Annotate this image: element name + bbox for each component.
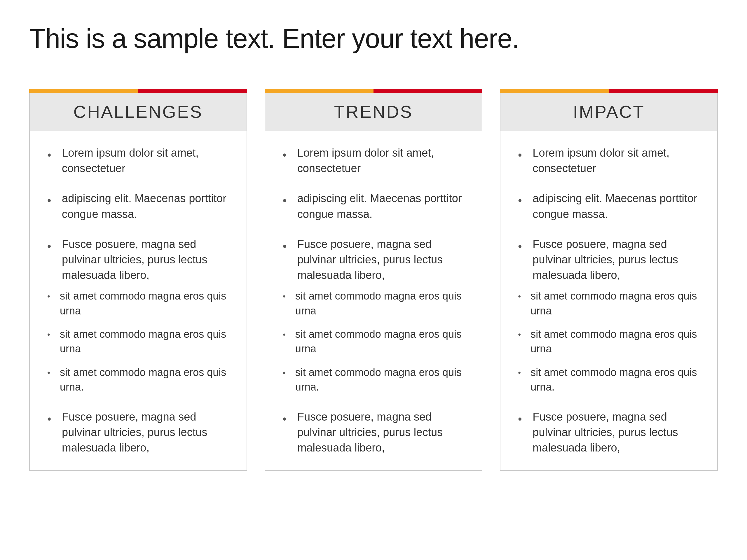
- list-item-text: adipiscing elit. Maecenas porttitor cong…: [533, 191, 701, 222]
- bar-yellow: [265, 89, 374, 93]
- bar-yellow: [500, 89, 609, 93]
- list-item-text: Fusce posuere, magna sed pulvinar ultric…: [62, 409, 231, 456]
- list-item: •Fusce posuere, magna sed pulvinar ultri…: [518, 409, 701, 456]
- list-item: •Fusce posuere, magna sed pulvinar ultri…: [47, 237, 231, 395]
- bullet-list-impact: •Lorem ipsum dolor sit amet, consectetue…: [518, 145, 701, 456]
- bullet-dot-icon: •: [518, 193, 527, 209]
- sub-list-item-text: sit amet commodo magna eros quis urna: [60, 327, 231, 356]
- list-item-text: Lorem ipsum dolor sit amet, consectetuer: [533, 145, 701, 176]
- list-item-text: Fusce posuere, magna sed pulvinar ultric…: [533, 409, 701, 456]
- sub-list-item: •sit amet commodo magna eros quis urna: [47, 327, 231, 356]
- sub-bullet-list: •sit amet commodo magna eros quis urna•s…: [283, 289, 466, 394]
- list-item: •adipiscing elit. Maecenas porttitor con…: [283, 191, 466, 222]
- sub-bullet-dot-icon: •: [283, 367, 290, 378]
- list-item-text: Fusce posuere, magna sed pulvinar ultric…: [62, 237, 231, 283]
- list-item-text: Lorem ipsum dolor sit amet, consectetuer: [297, 145, 466, 176]
- sub-bullet-dot-icon: •: [283, 291, 290, 302]
- bullet-dot-icon: •: [283, 193, 291, 209]
- page-title: This is a sample text. Enter your text h…: [29, 23, 718, 54]
- list-item-text: Fusce posuere, magna sed pulvinar ultric…: [297, 409, 466, 456]
- sub-list-item: •sit amet commodo magna eros quis urna.: [47, 365, 231, 395]
- bullet-list-challenges: •Lorem ipsum dolor sit amet, consectetue…: [47, 145, 231, 456]
- sub-bullet-dot-icon: •: [47, 291, 55, 302]
- sub-bullet-list: •sit amet commodo magna eros quis urna•s…: [518, 289, 701, 394]
- sub-bullet-list: •sit amet commodo magna eros quis urna•s…: [47, 289, 231, 394]
- column-body-trends: •Lorem ipsum dolor sit amet, consectetue…: [265, 131, 483, 471]
- sub-list-item: •sit amet commodo magna eros quis urna: [47, 289, 231, 318]
- column-body-challenges: •Lorem ipsum dolor sit amet, consectetue…: [29, 131, 247, 471]
- sub-list-item-text: sit amet commodo magna eros quis urna.: [60, 365, 231, 395]
- list-item-text: Fusce posuere, magna sed pulvinar ultric…: [533, 237, 701, 283]
- sub-list-item: •sit amet commodo magna eros quis urna: [283, 289, 466, 318]
- bullet-dot-icon: •: [518, 239, 527, 254]
- column-body-impact: •Lorem ipsum dolor sit amet, consectetue…: [500, 131, 718, 471]
- list-item-text: Fusce posuere, magna sed pulvinar ultric…: [297, 237, 466, 283]
- sub-list-item-text: sit amet commodo magna eros quis urna.: [531, 365, 701, 395]
- column-header-trends: TRENDS: [265, 93, 483, 131]
- bullet-list-trends: •Lorem ipsum dolor sit amet, consectetue…: [283, 145, 466, 456]
- column-header-impact: IMPACT: [500, 93, 718, 131]
- list-item-text: Lorem ipsum dolor sit amet, consectetuer: [62, 145, 231, 176]
- column-impact: IMPACT•Lorem ipsum dolor sit amet, conse…: [500, 89, 718, 471]
- header-bar-impact: [500, 89, 718, 93]
- header-bar-challenges: [29, 89, 247, 93]
- sub-list-item: •sit amet commodo magna eros quis urna: [518, 327, 701, 356]
- list-item: •adipiscing elit. Maecenas porttitor con…: [47, 191, 231, 222]
- list-item-text: adipiscing elit. Maecenas porttitor cong…: [62, 191, 231, 222]
- bar-red: [609, 89, 718, 93]
- bullet-dot-icon: •: [47, 193, 56, 209]
- sub-list-item-text: sit amet commodo magna eros quis urna: [295, 289, 466, 318]
- bar-yellow: [29, 89, 138, 93]
- bar-red: [374, 89, 482, 93]
- list-item: •Fusce posuere, magna sed pulvinar ultri…: [283, 409, 466, 456]
- sub-list-item-text: sit amet commodo magna eros quis urna: [60, 289, 231, 318]
- bullet-dot-icon: •: [47, 148, 56, 163]
- sub-list-item: •sit amet commodo magna eros quis urna: [518, 289, 701, 318]
- bullet-dot-icon: •: [283, 239, 291, 254]
- list-item-text: adipiscing elit. Maecenas porttitor cong…: [297, 191, 466, 222]
- sub-list-item-text: sit amet commodo magna eros quis urna.: [295, 365, 466, 395]
- sub-bullet-dot-icon: •: [518, 291, 525, 302]
- sub-bullet-dot-icon: •: [47, 367, 55, 378]
- column-trends: TRENDS•Lorem ipsum dolor sit amet, conse…: [265, 89, 483, 471]
- sub-list-item: •sit amet commodo magna eros quis urna: [283, 327, 466, 356]
- list-item: •Lorem ipsum dolor sit amet, consectetue…: [283, 145, 466, 176]
- bullet-dot-icon: •: [283, 411, 291, 427]
- sub-list-item-text: sit amet commodo magna eros quis urna: [531, 289, 701, 318]
- sub-bullet-dot-icon: •: [518, 367, 525, 378]
- sub-list-item-text: sit amet commodo magna eros quis urna: [531, 327, 701, 356]
- column-header-challenges: CHALLENGES: [29, 93, 247, 131]
- bullet-dot-icon: •: [518, 411, 527, 427]
- bullet-dot-icon: •: [283, 148, 291, 163]
- sub-bullet-dot-icon: •: [518, 329, 525, 340]
- header-bar-trends: [265, 89, 483, 93]
- bullet-dot-icon: •: [518, 148, 527, 163]
- list-item: •adipiscing elit. Maecenas porttitor con…: [518, 191, 701, 222]
- list-item: •Fusce posuere, magna sed pulvinar ultri…: [47, 409, 231, 456]
- sub-bullet-dot-icon: •: [283, 329, 290, 340]
- bullet-dot-icon: •: [47, 411, 56, 427]
- sub-list-item: •sit amet commodo magna eros quis urna.: [518, 365, 701, 395]
- column-challenges: CHALLENGES•Lorem ipsum dolor sit amet, c…: [29, 89, 247, 471]
- list-item: •Fusce posuere, magna sed pulvinar ultri…: [518, 237, 701, 395]
- list-item: •Lorem ipsum dolor sit amet, consectetue…: [518, 145, 701, 176]
- sub-list-item-text: sit amet commodo magna eros quis urna: [295, 327, 466, 356]
- bullet-dot-icon: •: [47, 239, 56, 254]
- bar-red: [138, 89, 247, 93]
- list-item: •Fusce posuere, magna sed pulvinar ultri…: [283, 237, 466, 395]
- sub-list-item: •sit amet commodo magna eros quis urna.: [283, 365, 466, 395]
- columns-container: CHALLENGES•Lorem ipsum dolor sit amet, c…: [29, 89, 718, 471]
- sub-bullet-dot-icon: •: [47, 329, 55, 340]
- list-item: •Lorem ipsum dolor sit amet, consectetue…: [47, 145, 231, 176]
